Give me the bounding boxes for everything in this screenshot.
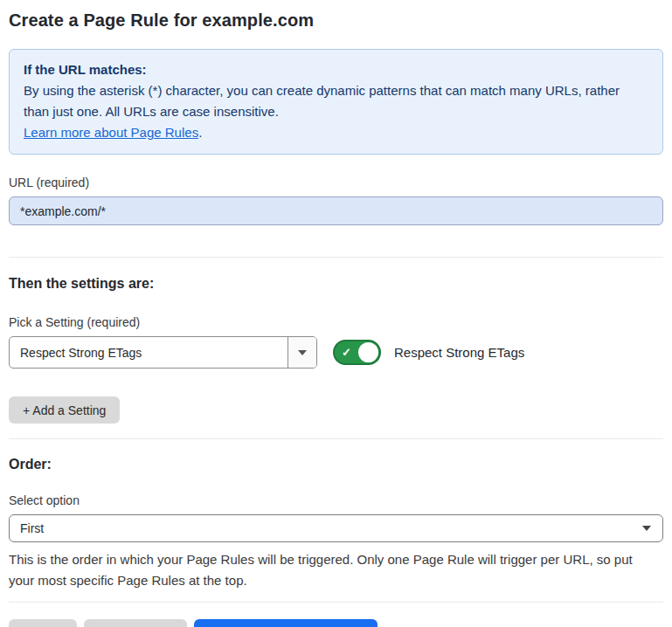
divider <box>9 438 663 439</box>
order-help-text: This is the order in which your Page Rul… <box>9 549 660 591</box>
order-select[interactable]: First <box>9 514 663 542</box>
page-rule-form: Create a Page Rule for example.com If th… <box>0 0 672 627</box>
save-draft-button[interactable]: Save as Draft <box>84 619 188 627</box>
pick-setting-label: Pick a Setting (required) <box>9 315 663 329</box>
add-setting-button[interactable]: + Add a Setting <box>9 396 120 424</box>
toggle-label: Respect Strong ETags <box>394 345 524 360</box>
url-input[interactable] <box>9 196 663 225</box>
order-select-value: First <box>20 521 44 535</box>
link-period: . <box>198 125 202 140</box>
url-match-info-box: If the URL matches: By using the asteris… <box>9 49 663 155</box>
order-section-heading: Order: <box>9 457 663 472</box>
page-title: Create a Page Rule for example.com <box>9 10 663 31</box>
info-box-body: By using the asterisk (*) character, you… <box>24 80 648 122</box>
save-deploy-button[interactable]: Save and Deploy Page Rule <box>194 619 378 627</box>
check-icon: ✓ <box>342 347 351 358</box>
toggle-knob <box>358 342 378 362</box>
setting-select-value: Respect Strong ETags <box>10 337 288 368</box>
setting-select-dropdown-button[interactable] <box>288 337 316 368</box>
form-actions: Cancel Save as Draft Save and Deploy Pag… <box>9 619 663 627</box>
chevron-down-icon <box>298 350 307 355</box>
divider <box>9 602 663 603</box>
chevron-down-icon <box>642 526 651 531</box>
cancel-button[interactable]: Cancel <box>9 619 77 627</box>
setting-row: Respect Strong ETags ✓ Respect Strong ET… <box>9 336 663 369</box>
order-select-label: Select option <box>9 493 663 507</box>
divider <box>9 257 663 258</box>
info-box-heading: If the URL matches: <box>24 59 648 80</box>
learn-more-link[interactable]: Learn more about Page Rules <box>24 125 198 140</box>
setting-select[interactable]: Respect Strong ETags <box>9 336 317 369</box>
url-field-label: URL (required) <box>9 176 663 189</box>
settings-section-heading: Then the settings are: <box>9 276 663 292</box>
respect-strong-etags-toggle[interactable]: ✓ <box>333 340 381 365</box>
info-box-link-line: Learn more about Page Rules. <box>24 122 648 143</box>
